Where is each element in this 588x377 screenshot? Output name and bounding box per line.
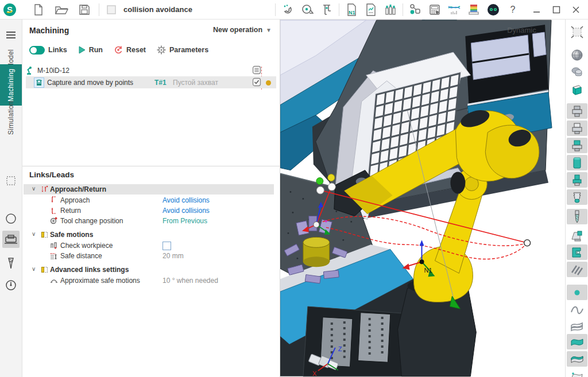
machine-head-display-icon[interactable]: [567, 227, 587, 243]
link-nodes-icon[interactable]: [405, 2, 425, 18]
viewport-3d[interactable]: N1 Z X Dynamic: [280, 20, 565, 377]
check-workpiece-icon: [50, 242, 57, 251]
point-display-icon[interactable]: [567, 285, 587, 300]
top-toolbar: S collision avoidance N1: [0, 0, 588, 20]
maximize-button[interactable]: [547, 2, 566, 18]
parameters-button[interactable]: Parameters: [157, 45, 208, 55]
approach-value[interactable]: Avoid collisions: [163, 196, 210, 204]
surfaces-display-icon[interactable]: [567, 318, 587, 333]
operations-list-icon[interactable]: [252, 65, 261, 76]
surface-teal-icon[interactable]: [567, 334, 587, 349]
shaded-sphere-icon[interactable]: [567, 47, 587, 63]
check-workpiece-checkbox[interactable]: [163, 242, 171, 250]
help-button[interactable]: ?: [503, 2, 523, 18]
group-advanced-links[interactable]: ∨ Advanced links settings: [24, 265, 274, 275]
analyze-gauge-icon[interactable]: [2, 277, 20, 294]
open-project-icon[interactable]: [52, 2, 71, 18]
solid-model-icon[interactable]: [567, 81, 587, 97]
surface-plain-icon[interactable]: [567, 368, 587, 377]
close-button[interactable]: [566, 2, 586, 18]
play-icon: [78, 46, 86, 54]
prop-row-return[interactable]: Return Avoid collisions: [24, 205, 274, 216]
links-toggle[interactable]: Links: [29, 46, 67, 55]
return-value[interactable]: Avoid collisions: [163, 207, 210, 215]
measure-tape-icon[interactable]: [297, 2, 317, 18]
document-tab-icon: [102, 2, 121, 18]
approximate-safe-value[interactable]: 10 ° when needed: [163, 277, 218, 285]
advanced-links-icon: [41, 266, 48, 275]
axis-z-label: Z: [338, 345, 342, 352]
calculator-icon[interactable]: [425, 2, 444, 18]
stock-mode-3-icon[interactable]: [567, 138, 587, 153]
additive-stack-icon[interactable]: [464, 2, 483, 18]
chevron-down-icon[interactable]: ∨: [32, 185, 36, 192]
tab-simulation[interactable]: Simulation: [0, 99, 22, 137]
operation-check-icon[interactable]: [252, 77, 261, 88]
tool-reference[interactable]: T#1: [154, 79, 167, 87]
machine-setup-icon[interactable]: [2, 231, 20, 248]
prop-row-approach[interactable]: Approach Avoid collisions: [24, 195, 274, 205]
status-dot: [266, 80, 271, 85]
fit-selection-icon[interactable]: [567, 24, 587, 40]
magnet-snap-icon[interactable]: [278, 2, 297, 18]
tool-setup-icon[interactable]: [2, 255, 20, 272]
save-project-icon[interactable]: [75, 2, 94, 18]
tool-change-value[interactable]: From Previous: [163, 217, 207, 225]
approach-return-icon: [41, 185, 48, 195]
tree-row-machine[interactable]: M-10iD-12: [26, 64, 276, 76]
machine-display-icon[interactable]: [567, 244, 587, 260]
toggle-switch-icon[interactable]: [29, 46, 45, 55]
chevron-down-icon[interactable]: ∨: [32, 266, 36, 272]
tool-display-icon[interactable]: [567, 209, 587, 224]
chevron-down-icon[interactable]: ∨: [32, 231, 36, 237]
run-button[interactable]: Run: [78, 46, 103, 54]
caliper-measure-icon[interactable]: [317, 2, 336, 18]
surface-mixed-icon[interactable]: [567, 351, 587, 367]
left-tab-strip: Model Machining Simulation: [0, 20, 22, 377]
toolbar-separator: [99, 3, 99, 16]
report-chart-icon[interactable]: [361, 2, 381, 18]
prop-row-check-workpiece[interactable]: Check workpiece: [24, 240, 274, 251]
scene-3d[interactable]: N1 Z X Dynamic: [280, 20, 565, 377]
selection-frame-icon[interactable]: [2, 172, 20, 189]
toolbar-separator: [339, 3, 339, 16]
point-label: N1: [424, 267, 432, 274]
stock-mode-4-icon[interactable]: [567, 155, 587, 170]
trajectory-endpoint[interactable]: [524, 240, 531, 246]
minimize-button[interactable]: [527, 2, 547, 18]
navigation-compass-icon[interactable]: [2, 210, 20, 227]
new-operation-button[interactable]: New operation▼: [213, 26, 272, 34]
new-document-icon[interactable]: [29, 2, 48, 18]
safe-distance-value[interactable]: 20 mm: [163, 252, 184, 260]
prop-row-safe-distance[interactable]: Safe distance 20 mm: [24, 251, 274, 261]
stock-mode-1-icon[interactable]: [567, 103, 587, 119]
svg-text:N1: N1: [349, 10, 355, 15]
gcode-n1-icon[interactable]: N1: [342, 2, 361, 18]
group-safe-motions[interactable]: ∨ Safe motions: [24, 230, 274, 240]
yellow-lamp: [328, 174, 335, 181]
robot-assistant-icon[interactable]: [483, 2, 503, 18]
control-cabinet[interactable]: [303, 306, 404, 376]
tool-library-icon[interactable]: [381, 2, 400, 18]
stock-mode-6-icon[interactable]: [567, 189, 587, 205]
spline-display-icon[interactable]: [567, 302, 587, 317]
return-icon: [50, 207, 57, 216]
part-blank-icon[interactable]: [567, 64, 587, 80]
tree-row-operation[interactable]: Capture and move by points T#1 Пустой за…: [26, 76, 276, 88]
capture-operation-icon: [34, 77, 44, 88]
toolpath-graph-icon[interactable]: [444, 2, 464, 18]
machine-label: M-10iD-12: [37, 67, 69, 75]
prop-row-approximate-safe[interactable]: Approximate safe motions 10 ° when neede…: [24, 275, 274, 286]
links-leads-title: Links/Leads: [29, 170, 74, 179]
prop-row-tool-change[interactable]: Tool change position From Previous: [24, 216, 274, 226]
stock-mode-5-icon[interactable]: [567, 172, 587, 188]
gear-icon: [157, 45, 166, 55]
main-menu-icon[interactable]: [2, 26, 20, 44]
section-hatch-icon[interactable]: [567, 262, 587, 277]
panel-divider: [22, 166, 280, 166]
operation-label: Capture and move by points: [47, 79, 133, 87]
stock-mode-2-icon[interactable]: [567, 121, 587, 136]
reset-button[interactable]: Reset: [114, 45, 146, 55]
group-approach-return[interactable]: ∨ Approach/Return: [24, 184, 274, 195]
app-logo-icon[interactable]: S: [0, 2, 20, 18]
